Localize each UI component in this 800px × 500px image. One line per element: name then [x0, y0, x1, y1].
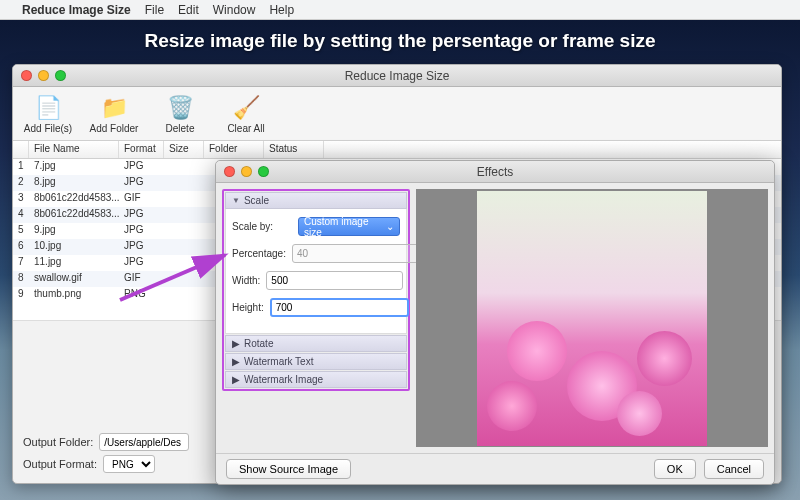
disclosure-right-icon: ▶	[232, 356, 240, 367]
toolbar: 📄 Add File(s) 📁 Add Folder 🗑️ Delete 🧹 C…	[13, 87, 781, 141]
delete-icon: 🗑️	[165, 94, 195, 122]
preview-pane	[416, 189, 768, 447]
delete-button[interactable]: 🗑️ Delete	[151, 94, 209, 134]
width-label: Width:	[232, 275, 260, 286]
output-format-label: Output Format:	[23, 458, 97, 470]
disclosure-down-icon: ▼	[232, 196, 240, 205]
menu-file[interactable]: File	[145, 3, 164, 17]
menu-edit[interactable]: Edit	[178, 3, 199, 17]
disclosure-right-icon: ▶	[232, 374, 240, 385]
output-folder-label: Output Folder:	[23, 436, 93, 448]
clear-all-button[interactable]: 🧹 Clear All	[217, 94, 275, 134]
clear-icon: 🧹	[231, 94, 261, 122]
add-file-icon: 📄	[33, 94, 63, 122]
col-size[interactable]: Size	[164, 141, 204, 158]
window-title: Reduce Image Size	[13, 69, 781, 83]
output-folder-input[interactable]	[99, 433, 189, 451]
effects-title: Effects	[216, 165, 774, 179]
rotate-disclosure[interactable]: ▶ Rotate	[225, 335, 407, 352]
add-folder-icon: 📁	[99, 94, 129, 122]
preview-image	[477, 191, 707, 446]
output-format-select[interactable]: PNG	[103, 455, 155, 473]
col-filename[interactable]: File Name	[29, 141, 119, 158]
cancel-button[interactable]: Cancel	[704, 459, 764, 479]
height-label: Height:	[232, 302, 264, 313]
percentage-label: Percentage:	[232, 248, 286, 259]
add-folder-button[interactable]: 📁 Add Folder	[85, 94, 143, 134]
show-source-button[interactable]: Show Source Image	[226, 459, 351, 479]
width-input[interactable]	[266, 271, 403, 290]
add-files-button[interactable]: 📄 Add File(s)	[19, 94, 77, 134]
watermark-image-disclosure[interactable]: ▶ Watermark Image	[225, 371, 407, 388]
scale-by-select[interactable]: Custom image size ⌄	[298, 217, 400, 236]
chevron-updown-icon: ⌄	[386, 221, 394, 232]
scale-disclosure[interactable]: ▼ Scale	[225, 192, 407, 209]
effects-window: Effects ▼ Scale Scale by: Custom image s…	[215, 160, 775, 485]
menubar[interactable]: Reduce Image Size File Edit Window Help	[0, 0, 800, 20]
menu-help[interactable]: Help	[269, 3, 294, 17]
col-format[interactable]: Format	[119, 141, 164, 158]
col-folder[interactable]: Folder	[204, 141, 264, 158]
percentage-input[interactable]	[292, 244, 429, 263]
height-input[interactable]	[270, 298, 409, 317]
table-header: File Name Format Size Folder Status	[13, 141, 781, 159]
promo-caption: Resize image file by setting the persent…	[0, 20, 800, 60]
disclosure-right-icon: ▶	[232, 338, 240, 349]
scale-by-label: Scale by:	[232, 221, 292, 232]
ok-button[interactable]: OK	[654, 459, 696, 479]
col-status[interactable]: Status	[264, 141, 324, 158]
menu-window[interactable]: Window	[213, 3, 256, 17]
watermark-text-disclosure[interactable]: ▶ Watermark Text	[225, 353, 407, 370]
main-titlebar[interactable]: Reduce Image Size	[13, 65, 781, 87]
app-menu[interactable]: Reduce Image Size	[22, 3, 131, 17]
effects-titlebar[interactable]: Effects	[216, 161, 774, 183]
scale-panel-highlight: ▼ Scale Scale by: Custom image size ⌄ Pe…	[222, 189, 410, 391]
